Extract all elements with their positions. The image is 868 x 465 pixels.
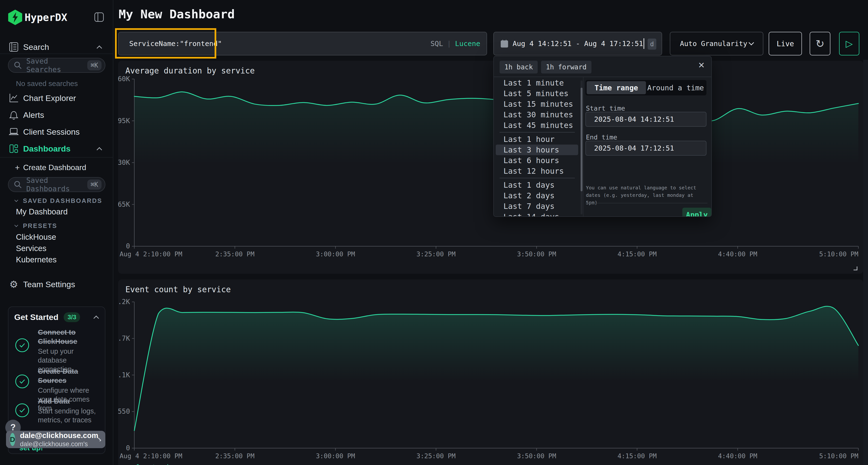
quick-range-item[interactable]: Last 30 minutes <box>494 109 580 120</box>
svg-text:Aug 4 2:10:00 PM: Aug 4 2:10:00 PM <box>120 452 182 460</box>
saved-searches-input[interactable]: Saved Searches ⌘K <box>8 58 105 73</box>
play-icon: ▷ <box>845 38 852 49</box>
sql-mode-toggle[interactable]: SQL <box>430 39 443 48</box>
svg-text:3:00:00 PM: 3:00:00 PM <box>316 250 355 258</box>
sidebar: HyperDX Search Saved Searches <box>0 0 113 465</box>
checklist-item-title: Create Data Sources <box>38 367 101 385</box>
presets-section-toggle[interactable]: PRESETS <box>15 222 57 230</box>
quick-range-item[interactable]: Last 3 hours <box>496 144 578 155</box>
granularity-select[interactable]: Auto Granularity <box>670 32 763 56</box>
sidebar-item-search[interactable]: Search <box>0 38 113 56</box>
close-icon[interactable]: × <box>698 60 705 70</box>
event-count-chart[interactable]: 05501.1K1.7K2.2KAug 4 2:10:00 PM2:35:00 … <box>118 279 863 465</box>
section-heading: PRESETS <box>23 222 57 230</box>
svg-text:2.2K: 2.2K <box>118 298 130 306</box>
saved-dashboards-section-toggle[interactable]: SAVED DASHBOARDS <box>15 197 102 204</box>
quick-range-item[interactable]: Last 1 minute <box>494 77 580 88</box>
chevron-down-icon <box>14 223 18 227</box>
quick-range-item[interactable]: Last 2 days <box>494 190 580 201</box>
plus-icon: + <box>15 163 20 172</box>
search-icon <box>14 180 22 189</box>
get-started-title: Get Started <box>14 312 58 322</box>
app-window: HyperDX Search Saved Searches <box>0 0 868 465</box>
sidebar-item-dashboards[interactable]: Dashboards <box>0 140 113 157</box>
query-text: ServiceName:"frontend" <box>129 39 222 48</box>
chart-legend[interactable]: frontend <box>125 463 169 465</box>
sidebar-item-preset-services[interactable]: Services <box>16 244 46 253</box>
sidebar-item-preset-clickhouse[interactable]: ClickHouse <box>16 232 56 242</box>
chevron-up-icon <box>97 45 102 51</box>
scrollbar-thumb[interactable] <box>581 88 583 191</box>
quick-range-item[interactable]: Last 15 minutes <box>494 99 580 109</box>
svg-text:1.7K: 1.7K <box>118 334 130 342</box>
sidebar-item-my-dashboard[interactable]: My Dashboard <box>16 207 68 217</box>
chevron-down-icon <box>14 198 18 202</box>
svg-text:0: 0 <box>126 444 130 452</box>
quick-ranges-list[interactable]: Last 1 minuteLast 5 minutesLast 15 minut… <box>494 77 580 217</box>
dashboards-icon <box>9 143 19 154</box>
get-started-progress-badge: 3/3 <box>64 312 80 322</box>
svg-text:5:10:00 PM: 5:10:00 PM <box>819 250 858 258</box>
saved-dashboards-input[interactable]: Saved Dashboards ⌘K <box>8 177 105 192</box>
lucene-mode-toggle[interactable]: Lucene <box>455 39 480 48</box>
sidebar-item-label: Client Sessions <box>23 127 80 137</box>
time-range-input[interactable]: Aug 4 14:12:51 - Aug 4 17:12:51 d <box>493 32 662 56</box>
search-section-icon <box>9 42 19 52</box>
chart-panel-event-count: Event count by service 05501.1K1.7K2.2KA… <box>118 279 863 465</box>
refresh-icon: ↻ <box>816 38 825 50</box>
end-time-input[interactable]: 2025-08-04 17:12:51 <box>585 141 707 156</box>
gear-icon: ⚙ <box>9 279 19 289</box>
quick-range-item[interactable]: Last 1 days <box>494 180 580 190</box>
start-time-input[interactable]: 2025-08-04 14:12:51 <box>585 112 707 127</box>
quick-range-item[interactable]: Last 1 hour <box>494 134 580 144</box>
query-input[interactable]: ServiceName:"frontend" SQL | Lucene <box>118 32 487 56</box>
shift-back-button[interactable]: 1h back <box>500 61 538 73</box>
quick-range-item[interactable]: Last 6 hours <box>494 155 580 166</box>
svg-text:3:25:00 PM: 3:25:00 PM <box>416 452 456 460</box>
svg-text:195K: 195K <box>118 117 130 125</box>
panel-resize-handle[interactable] <box>854 266 858 270</box>
quick-range-item[interactable]: Last 5 minutes <box>494 88 580 99</box>
sidebar-item-client-sessions[interactable]: Client Sessions <box>0 123 113 140</box>
page-scrollbar[interactable] <box>863 60 868 465</box>
create-dashboard-button[interactable]: + Create Dashboard <box>0 159 113 176</box>
page-title: My New Dashboard <box>119 7 235 21</box>
collapse-sidebar-button[interactable] <box>94 12 104 23</box>
checklist-item[interactable]: Add Data Start sending logs, metrics, or… <box>8 397 106 425</box>
sidebar-item-label: Chart Explorer <box>23 94 76 103</box>
quick-range-item[interactable]: Last 14 days <box>494 211 580 217</box>
apply-button[interactable]: Apply <box>682 208 711 217</box>
svg-text:4:40:00 PM: 4:40:00 PM <box>718 250 757 258</box>
svg-text:Aug 4 2:10:00 PM: Aug 4 2:10:00 PM <box>120 250 182 258</box>
checklist-item-title: Connect to ClickHouse <box>38 328 101 346</box>
sidebar-item-alerts[interactable]: Alerts <box>0 106 113 123</box>
sidebar-item-team-settings[interactable]: ⚙ Team Settings <box>0 276 113 293</box>
calendar-icon <box>500 39 508 48</box>
svg-text:4:15:00 PM: 4:15:00 PM <box>618 250 657 258</box>
quick-range-item[interactable]: Last 12 hours <box>494 166 580 176</box>
quick-range-item[interactable]: Last 45 minutes <box>494 120 580 131</box>
run-query-button[interactable]: ▷ <box>839 32 859 56</box>
user-menu[interactable]: D dale@clickhouse.com dale@clickhouse.co… <box>6 431 105 448</box>
avg-duration-chart[interactable]: 065K130K195K260KAug 4 2:10:00 PM2:35:00 … <box>118 61 863 274</box>
svg-text:2:35:00 PM: 2:35:00 PM <box>215 452 255 460</box>
time-range-value: Aug 4 14:12:51 - Aug 4 17:12:51 <box>513 39 643 48</box>
check-circle-icon <box>14 373 30 389</box>
refresh-button[interactable]: ↻ <box>810 32 830 56</box>
tab-around-a-time[interactable]: Around a time <box>646 81 705 94</box>
svg-text:3:50:00 PM: 3:50:00 PM <box>517 452 556 460</box>
chevron-up-icon <box>97 147 102 153</box>
sidebar-item-chart-explorer[interactable]: Chart Explorer <box>0 90 113 106</box>
no-saved-searches-text: No saved searches <box>16 79 78 88</box>
live-button[interactable]: Live <box>769 32 802 56</box>
legend-series-label: frontend <box>135 463 169 465</box>
get-started-header[interactable]: Get Started 3/3 <box>14 312 100 322</box>
quick-range-item[interactable]: Last 7 days <box>494 201 580 211</box>
shift-forward-button[interactable]: 1h forward <box>541 61 591 73</box>
chart-panel-avg-duration: Average duration by service 065K130K195K… <box>118 61 863 274</box>
sidebar-item-preset-kubernetes[interactable]: Kubernetes <box>16 255 57 264</box>
sidebar-item-label: Team Settings <box>23 280 75 289</box>
svg-text:65K: 65K <box>118 200 130 208</box>
popup-scrollbar[interactable] <box>581 80 583 214</box>
tab-time-range[interactable]: Time range <box>587 81 646 94</box>
